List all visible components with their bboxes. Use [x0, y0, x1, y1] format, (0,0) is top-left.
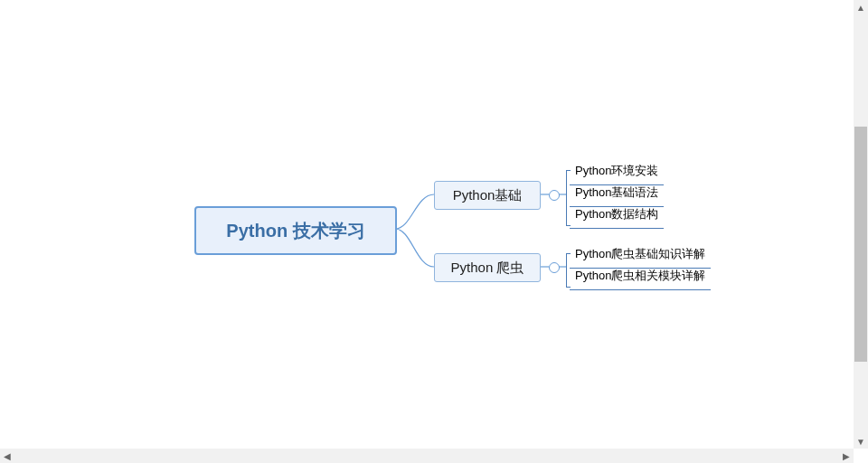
leaf-node[interactable]: Python数据结构	[570, 204, 664, 229]
root-node[interactable]: Python 技术学习	[194, 206, 397, 255]
leaf-label: Python基础语法	[575, 185, 658, 199]
vertical-scrollbar[interactable]: ▲ ▼	[854, 0, 868, 449]
root-node-label: Python 技术学习	[226, 219, 364, 243]
leaf-label: Python数据结构	[575, 207, 658, 221]
expand-dot-icon[interactable]	[549, 190, 560, 201]
connector-lines	[0, 0, 854, 449]
leaf-node[interactable]: Python基础语法	[570, 183, 664, 207]
mindmap-canvas[interactable]: Python 技术学习 Python基础 Python环境安装 Python基础…	[0, 0, 854, 449]
scroll-down-arrow-icon[interactable]: ▼	[854, 434, 868, 449]
leaf-node[interactable]: Python爬虫基础知识详解	[570, 244, 711, 269]
leaf-node[interactable]: Python环境安装	[570, 161, 664, 185]
horizontal-scrollbar[interactable]: ◀ ▶	[0, 449, 854, 463]
leaf-label: Python爬虫相关模块详解	[575, 269, 705, 282]
scroll-up-arrow-icon[interactable]: ▲	[854, 0, 868, 14]
branch-label: Python 爬虫	[451, 260, 524, 277]
scrollbar-thumb[interactable]	[854, 127, 867, 362]
scroll-left-arrow-icon[interactable]: ◀	[0, 449, 14, 463]
expand-dot-icon[interactable]	[549, 262, 560, 273]
branch-label: Python基础	[453, 187, 523, 204]
leaf-label: Python爬虫基础知识详解	[575, 247, 705, 260]
leaf-label: Python环境安装	[575, 164, 658, 177]
branch-node-basics[interactable]: Python基础	[434, 181, 541, 210]
scroll-right-arrow-icon[interactable]: ▶	[839, 449, 854, 463]
leaf-node[interactable]: Python爬虫相关模块详解	[570, 266, 711, 290]
branch-node-crawler[interactable]: Python 爬虫	[434, 253, 541, 282]
